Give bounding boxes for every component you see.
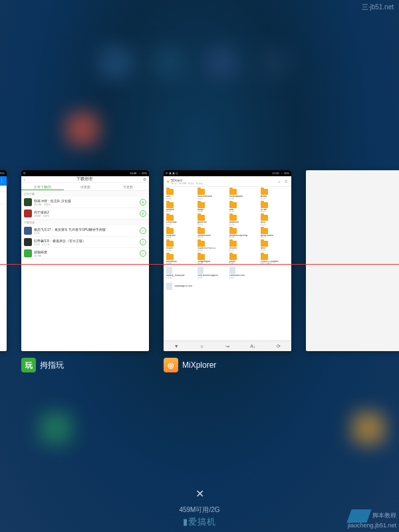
file-icon bbox=[229, 267, 235, 274]
folder-icon bbox=[166, 215, 174, 221]
list-item[interactable]: 极品飞车17：真实赛车 元旦春节GPU解密手闲版 1.5G ✓ bbox=[21, 225, 149, 237]
folder-icon bbox=[229, 189, 237, 195]
forward-icon[interactable]: ↝ bbox=[215, 341, 240, 351]
folder-meta: 01-20 bbox=[198, 250, 203, 252]
folder-item[interactable]: SandaGame 07-22 bbox=[196, 227, 227, 240]
list-item[interactable]: superuser.apk 250.5 K · 2014/07/16 bbox=[0, 192, 7, 204]
folder-icon bbox=[229, 202, 237, 208]
file-icon bbox=[166, 267, 172, 274]
folder-item[interactable]: DCIM 01-22 bbox=[259, 201, 290, 214]
folder-icon bbox=[229, 215, 237, 221]
recent-app-card-kupan[interactable]: 中12:10 · ··· 20% 的酷盘 ↑ ⊞ ⌕ ⋮ 个人设置 superu… bbox=[0, 170, 7, 372]
file-meta: 1.0 M bbox=[166, 277, 172, 279]
search-icon[interactable]: ⌕ bbox=[277, 180, 282, 184]
list-item[interactable]: 狂野飙车8：极速凌云（官方正版） 1.4G · v1.2.0 ✓ bbox=[21, 237, 149, 248]
folder-item[interactable]: android 01-22 bbox=[165, 201, 196, 214]
recent-app-card-muzhiwan[interactable]: 中16:08 · ··· 20% ‹ 下载管理 ⚙ 正在下载(0) 待更新 可更… bbox=[21, 170, 149, 372]
filter-icon[interactable]: ▼ bbox=[164, 341, 189, 351]
file-icon bbox=[166, 283, 172, 290]
folder-meta: 01-01 bbox=[198, 224, 203, 226]
list-item[interactable]: 游戏蜂窝 10.9M ✓ bbox=[21, 248, 149, 259]
check-icon[interactable]: ✓ bbox=[140, 250, 146, 257]
file-meta: 1.0 K bbox=[229, 277, 234, 279]
star-icon[interactable]: ★ bbox=[166, 179, 170, 184]
folder-item[interactable]: MineBackupTemp 01-20 bbox=[228, 227, 259, 240]
folder-meta: 14:37 bbox=[166, 224, 172, 226]
home-icon[interactable]: ⌂ bbox=[189, 341, 214, 351]
status-bar: 中16:08 · ··· 20% bbox=[21, 170, 149, 176]
item-meta: 40.5M · 100% bbox=[34, 203, 138, 206]
recent-app-card-next[interactable] bbox=[306, 170, 399, 351]
folder-meta: 14:30 bbox=[166, 250, 172, 252]
watermark-bottom-right: 脚本教程 jiaocheng.jb51.net bbox=[348, 509, 396, 529]
tab-downloading[interactable]: 正在下载(0) bbox=[21, 183, 64, 190]
folder-meta: 01-20 bbox=[229, 237, 235, 239]
folder-icon bbox=[261, 202, 268, 208]
recent-app-card-mixplorer[interactable]: 中 ▣ ▣ ◎12:10 · ··· 20% ★ SDcard 34已选 · 2… bbox=[164, 170, 291, 372]
settings-icon[interactable]: ⚙ bbox=[143, 177, 146, 182]
folder-item[interactable]: MineDownld 01-22 bbox=[259, 227, 290, 240]
file-meta: 250.5 K · 2014/07/16 bbox=[0, 198, 4, 201]
folder-item[interactable]: MIUI 01-22 bbox=[259, 214, 290, 227]
folder-icon bbox=[229, 241, 237, 247]
app-thumb-icon bbox=[24, 249, 32, 257]
path-header: ★ SDcard 34已选 · 28.9 MB · 31文件 · 3文件夹 ⌕ … bbox=[164, 176, 291, 187]
folder-icon bbox=[198, 241, 205, 247]
folder-item[interactable]: tieba 01-22 bbox=[259, 240, 290, 253]
app-header: 的酷盘 ↑ ⊞ ⌕ ⋮ bbox=[0, 176, 7, 186]
pause-icon[interactable]: ⏸ bbox=[140, 199, 146, 205]
refresh-icon[interactable]: ⟳ bbox=[266, 341, 291, 351]
app-thumb-icon bbox=[24, 209, 32, 217]
list-item[interactable]: 部落冲突：怪兽队 汉化版 40.5M · 100% ⏸ bbox=[21, 197, 149, 208]
section-header: 个人设置 bbox=[0, 186, 7, 192]
folder-icon bbox=[229, 254, 237, 260]
sort-icon[interactable]: A↓ bbox=[240, 341, 265, 351]
folder-item[interactable]: 360 01-01 bbox=[165, 188, 196, 201]
folder-item[interactable]: gamehfs 01-01 bbox=[196, 214, 227, 227]
folder-meta: 01-01 bbox=[198, 198, 203, 200]
folder-item[interactable]: Download 14:37 bbox=[165, 214, 196, 227]
menu-icon[interactable]: ≡ bbox=[283, 180, 289, 184]
clear-all-button[interactable]: ✕ bbox=[196, 487, 204, 500]
file-item[interactable]: com.tencent.appchi 2.0 K bbox=[196, 266, 227, 280]
menu-icon[interactable]: ⋮ bbox=[0, 178, 4, 184]
screen-title: 下载管理 bbox=[25, 176, 143, 182]
folder-icon bbox=[166, 228, 174, 234]
folder-icon bbox=[229, 228, 237, 234]
folder-item[interactable]: multiuser 14:30 bbox=[165, 227, 196, 240]
folder-item[interactable]: Alldog 07-22 bbox=[259, 188, 290, 201]
folder-icon bbox=[261, 215, 268, 221]
folder-meta: 01-22 bbox=[261, 237, 266, 239]
folder-icon bbox=[166, 254, 174, 260]
recent-apps-row: 中12:10 · ··· 20% 的酷盘 ↑ ⊞ ⌕ ⋮ 个人设置 superu… bbox=[0, 170, 399, 372]
folder-item[interactable]: baidu 14:30 bbox=[196, 201, 227, 214]
tab-pending[interactable]: 待更新 bbox=[64, 183, 106, 190]
folder-item[interactable]: SuperSUPro v2.0 01-20 bbox=[196, 240, 227, 253]
memory-status: 459M可用/2G bbox=[179, 505, 219, 515]
app-thumb-icon bbox=[24, 238, 32, 246]
folder-item[interactable]: MiMarket 01-20 bbox=[228, 214, 259, 227]
folder-item[interactable]: muwm 14:30 bbox=[165, 240, 196, 253]
folder-meta: 01-01 bbox=[166, 198, 172, 200]
folder-item[interactable]: 360Download 01-01 bbox=[196, 188, 227, 201]
item-meta: 1.5G bbox=[34, 231, 138, 235]
pause-icon[interactable]: ⏸ bbox=[140, 210, 146, 217]
check-icon[interactable]: ✓ bbox=[140, 227, 146, 234]
app-label: ◎ MiXplorer bbox=[164, 358, 291, 372]
file-item[interactable]: battery_history.bin 1.0 M bbox=[165, 266, 196, 280]
folder-meta: 14:30 bbox=[229, 198, 235, 200]
list-item[interactable]: 死亡扳机2 184M · 100% ⏸ bbox=[21, 208, 149, 219]
folder-meta: 07-22 bbox=[198, 237, 203, 239]
file-item[interactable]: treebooter.conf 1.0 K bbox=[228, 266, 259, 280]
file-name[interactable]: statistrage.v5.xml bbox=[174, 285, 192, 288]
folder-icon bbox=[166, 189, 174, 195]
check-icon[interactable]: ✓ bbox=[140, 239, 146, 245]
folder-icon bbox=[261, 241, 268, 247]
folder-item[interactable]: tencent 01-22 bbox=[228, 240, 259, 253]
file-grid: 360 01-01 360Download 01-01 360wallpaper… bbox=[164, 187, 291, 281]
folder-meta: 14:30 bbox=[166, 237, 172, 239]
tab-updatable[interactable]: 可更新 bbox=[106, 183, 149, 190]
folder-item[interactable]: data 12:14 bbox=[228, 201, 259, 214]
item-meta: 10.9M bbox=[34, 254, 138, 257]
folder-item[interactable]: 360wallpaper 14:30 bbox=[228, 188, 259, 201]
